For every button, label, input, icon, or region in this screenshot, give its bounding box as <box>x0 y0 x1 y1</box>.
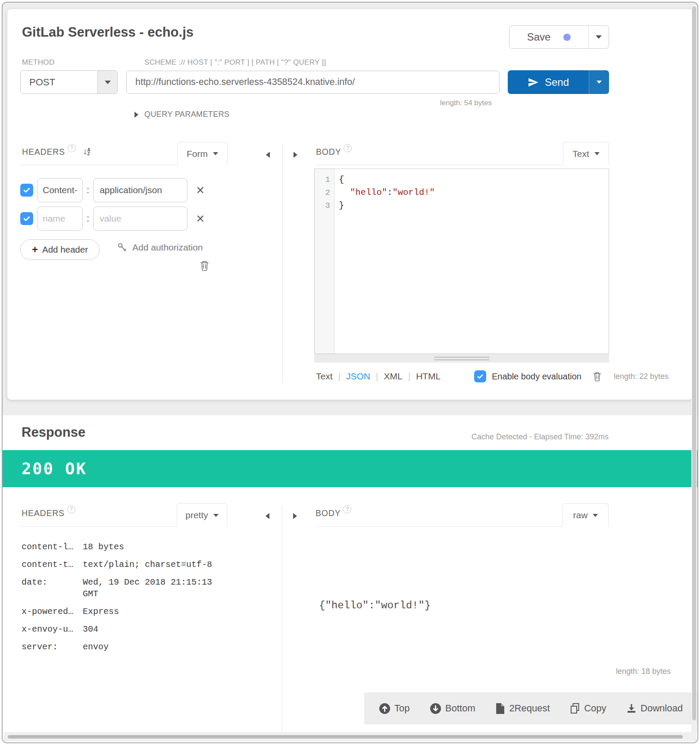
help-icon[interactable]: ? <box>67 505 75 513</box>
code-line: "hello":"world!" <box>339 186 609 199</box>
caret-down-icon <box>213 152 218 155</box>
response-header-key: content-l… <box>22 541 83 553</box>
format-tab-xml[interactable]: XML <box>384 371 402 382</box>
line-number: 1 <box>315 173 330 186</box>
remove-header-button[interactable]: ✕ <box>196 185 205 196</box>
sort-az-icon[interactable]: ↓ AZ <box>83 147 91 156</box>
header-value-input[interactable] <box>93 207 188 231</box>
method-select[interactable]: POST <box>20 70 118 94</box>
remove-header-button[interactable]: ✕ <box>196 213 205 224</box>
vertical-scrollbar <box>691 5 697 732</box>
copy-button[interactable]: Copy <box>570 703 606 714</box>
caret-down-icon <box>596 35 602 39</box>
response-card: Response Cache Detected - Elapsed Time: … <box>3 415 697 742</box>
send-split-button: Send <box>508 70 609 94</box>
to-request-button[interactable]: 2Request <box>495 703 550 714</box>
vertical-scrollbar-thumb[interactable] <box>692 6 696 720</box>
line-number: 3 <box>315 199 330 212</box>
copy-icon <box>570 703 580 714</box>
line-number: 2 <box>315 186 330 199</box>
editor-code[interactable]: { "hello":"world!" } <box>334 169 609 354</box>
triangle-right-icon <box>134 112 138 118</box>
status-banner: 200 OK <box>3 450 697 487</box>
response-header-value: text/plain; charset=utf-8 <box>83 559 221 570</box>
request-body-view-dropdown[interactable]: Text <box>563 142 609 165</box>
header-row: : ✕ <box>20 178 205 202</box>
help-icon[interactable]: ? <box>343 505 351 513</box>
header-name-input[interactable] <box>37 178 83 202</box>
response-body-view-dropdown[interactable]: raw <box>562 503 609 527</box>
request-headers-view-dropdown[interactable]: Form <box>177 142 228 165</box>
response-meta: Cache Detected - Elapsed Time: 392ms <box>472 432 609 441</box>
help-icon[interactable]: ? <box>68 144 76 152</box>
key-icon <box>117 242 128 253</box>
response-header-value: 304 <box>83 623 221 635</box>
code-line: { <box>339 173 609 186</box>
collapse-left-panel-icon[interactable] <box>266 152 270 158</box>
header-enabled-checkbox[interactable] <box>20 184 33 197</box>
expand-right-panel-icon[interactable] <box>293 513 297 519</box>
url-scheme-label: SCHEME :// HOST [ ":" PORT ] [ PATH [ "?… <box>144 58 326 67</box>
status-text: 200 OK <box>22 460 87 478</box>
send-button[interactable]: Send <box>508 70 589 94</box>
add-header-label: Add header <box>42 244 88 255</box>
request-body-footer: Text | JSON | XML | HTML Enable body eva… <box>316 369 669 384</box>
code-line: } <box>339 199 609 212</box>
add-authorization-button[interactable]: Add authorization <box>117 242 203 253</box>
caret-down-icon <box>213 514 219 517</box>
send-menu-button[interactable] <box>589 70 609 94</box>
request-card: GitLab Serverless - echo.js Save METHOD … <box>7 9 693 400</box>
add-header-button[interactable]: + Add header <box>20 239 100 260</box>
paper-plane-icon <box>528 77 539 88</box>
save-split-button: Save <box>509 25 609 49</box>
query-parameters-label: QUERY PARAMETERS <box>144 110 229 119</box>
format-tab-text[interactable]: Text <box>316 371 333 382</box>
response-headers-view-dropdown[interactable]: pretty <box>177 503 227 527</box>
header-colon: : <box>87 213 89 224</box>
header-value-input[interactable] <box>93 178 188 202</box>
header-name-input[interactable] <box>37 207 83 231</box>
add-authorization-label: Add authorization <box>132 242 203 253</box>
format-tab-html[interactable]: HTML <box>416 371 441 382</box>
response-headers-title: HEADERS <box>22 508 65 518</box>
response-body-length: length: 18 bytes <box>616 667 671 676</box>
save-button[interactable]: Save <box>509 26 589 48</box>
url-length-label: length: 54 bytes <box>378 99 492 107</box>
url-input[interactable] <box>126 71 500 94</box>
document-icon <box>495 703 505 714</box>
response-headers-list: content-l… 18 bytes content-t… text/plai… <box>22 541 228 653</box>
scroll-top-button[interactable]: Top <box>379 703 409 714</box>
scroll-bottom-button[interactable]: Bottom <box>430 703 475 714</box>
body-evaluation-label: Enable body evaluation <box>492 372 581 382</box>
body-evaluation-checkbox[interactable] <box>474 370 486 382</box>
unsaved-indicator-dot <box>563 34 571 41</box>
response-header-value: Express <box>83 606 221 617</box>
checkbox-check-icon <box>22 186 31 194</box>
horizontal-scrollbar-thumb[interactable] <box>8 735 683 739</box>
response-body-content: {"hello":"world!"} <box>319 600 431 611</box>
help-icon[interactable]: ? <box>344 144 352 152</box>
response-title: Response <box>22 425 85 440</box>
request-headers-title: HEADERS <box>22 147 65 157</box>
header-enabled-checkbox[interactable] <box>20 212 33 225</box>
response-header-key: server: <box>22 641 83 653</box>
collapse-left-panel-icon[interactable] <box>266 513 269 519</box>
response-headers-view-value: pretty <box>185 510 208 520</box>
response-header-value: Wed, 19 Dec 2018 21:15:13 GMT <box>83 576 221 600</box>
method-caret-zone <box>97 71 117 94</box>
response-header-key: content-t… <box>22 559 83 570</box>
format-tab-json[interactable]: JSON <box>346 371 370 382</box>
editor-resize-handle[interactable] <box>314 354 609 363</box>
query-parameters-toggle[interactable]: QUERY PARAMETERS <box>134 110 229 119</box>
expand-right-panel-icon[interactable] <box>294 152 297 158</box>
caret-down-icon <box>597 81 602 84</box>
request-body-editor[interactable]: 1 2 3 { "hello":"world!" } <box>314 169 609 354</box>
response-header-key: x-powered… <box>22 606 83 617</box>
page-title: GitLab Serverless - echo.js <box>22 25 194 40</box>
send-button-label: Send <box>545 76 569 88</box>
save-menu-button[interactable] <box>589 26 609 48</box>
download-button[interactable]: Download <box>626 703 683 714</box>
delete-headers-button[interactable] <box>200 260 209 271</box>
response-header-value: 18 bytes <box>83 541 221 553</box>
clear-body-button[interactable] <box>593 371 602 382</box>
